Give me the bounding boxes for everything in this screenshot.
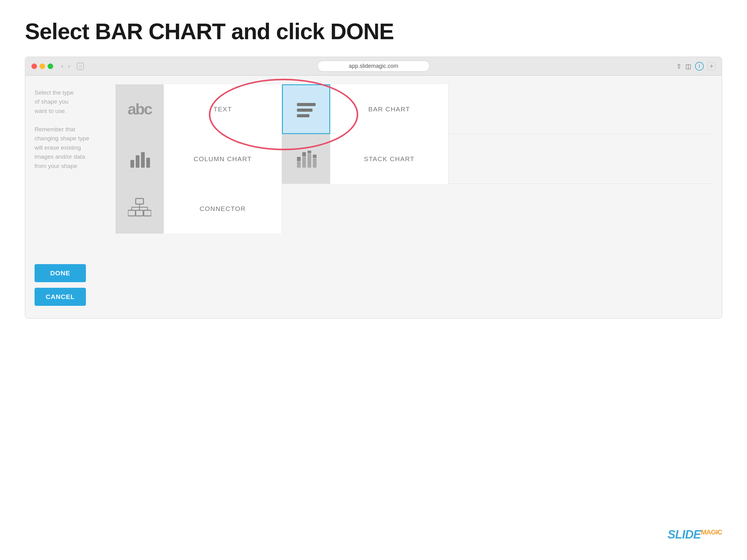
svg-rect-23 [144,210,151,216]
svg-rect-22 [136,210,143,216]
sidebar-instruction: Select the typeof shape youwant to use.R… [34,88,97,170]
text-label: TEXT [213,105,232,113]
svg-rect-3 [130,160,134,168]
svg-rect-14 [313,155,316,158]
share-icon[interactable]: ⇧ [676,62,681,70]
svg-rect-21 [128,210,135,216]
bookmark-icon[interactable]: ◫ [686,62,691,70]
browser-chrome: ‹ › □ app.slidemagic.com ⇧ ◫ i + [25,57,722,76]
bar-chart-icon-box[interactable] [282,84,330,134]
empty-label-box-3 [330,184,448,234]
traffic-light-yellow[interactable] [40,63,45,69]
stack-chart-icon [295,149,317,169]
shape-row-3: CONNECTOR [115,184,713,234]
browser-controls-right: ⇧ ◫ i + [676,62,716,71]
stack-chart-icon-box[interactable] [282,134,330,184]
svg-rect-11 [308,154,311,168]
svg-rect-8 [297,157,301,161]
right-panel: abc TEXT [106,76,722,318]
abc-icon: abc [128,100,152,118]
left-panel: Select the typeof shape youwant to use.R… [25,76,106,318]
traffic-lights [31,63,53,69]
traffic-light-red[interactable] [31,63,37,69]
svg-rect-15 [136,198,144,204]
bar-chart-label-box[interactable]: BAR CHART [330,84,448,134]
new-tab-icon[interactable]: + [707,62,716,70]
svg-rect-6 [146,158,150,168]
stack-chart-label: STACK CHART [364,155,415,163]
svg-rect-5 [141,152,145,168]
abc-icon-box[interactable]: abc [115,84,164,134]
nav-back[interactable]: ‹ [59,62,65,70]
bottom-buttons: DONE CANCEL [34,245,97,306]
shape-type-grid: abc TEXT [115,84,713,234]
svg-rect-1 [297,109,312,112]
cancel-button[interactable]: CANCEL [34,288,86,306]
address-bar[interactable]: app.slidemagic.com [317,61,430,72]
window-expand-btn[interactable]: □ [77,63,84,70]
nav-forward[interactable]: › [66,62,72,70]
info-icon[interactable]: i [695,62,704,71]
connector-icon-box[interactable] [115,184,164,234]
text-label-box[interactable]: TEXT [164,84,282,134]
browser-window: ‹ › □ app.slidemagic.com ⇧ ◫ i + Select … [25,57,722,319]
shape-row-1: abc TEXT [115,84,713,134]
traffic-light-green[interactable] [48,63,53,69]
column-chart-label-box[interactable]: COLUMN CHART [164,134,282,184]
svg-rect-0 [297,103,316,106]
svg-rect-7 [297,161,301,168]
shape-row-2: COLUMN CHART [115,134,713,184]
bar-chart-label: BAR CHART [368,105,410,113]
connector-icon [128,198,151,220]
empty-icon-box-3 [282,184,330,234]
stack-chart-label-box[interactable]: STACK CHART [330,134,448,184]
browser-inner: Select the typeof shape youwant to use.R… [25,76,722,318]
svg-rect-13 [313,158,316,168]
connector-label-box[interactable]: CONNECTOR [164,184,282,234]
done-button[interactable]: DONE [34,264,86,282]
column-chart-icon [129,149,151,169]
bar-chart-icon [295,100,317,118]
svg-rect-12 [308,151,311,153]
column-chart-icon-box[interactable] [115,134,164,184]
page-title: Select BAR CHART and click DONE [0,0,747,57]
svg-rect-9 [302,157,306,168]
slidemagic-logo: SLIDEMAGIC [668,528,722,541]
connector-label: CONNECTOR [200,205,246,212]
svg-rect-2 [297,114,309,117]
column-chart-label: COLUMN CHART [194,155,252,163]
svg-rect-10 [302,152,306,157]
nav-arrows: ‹ › [59,62,72,70]
svg-rect-4 [136,155,139,168]
